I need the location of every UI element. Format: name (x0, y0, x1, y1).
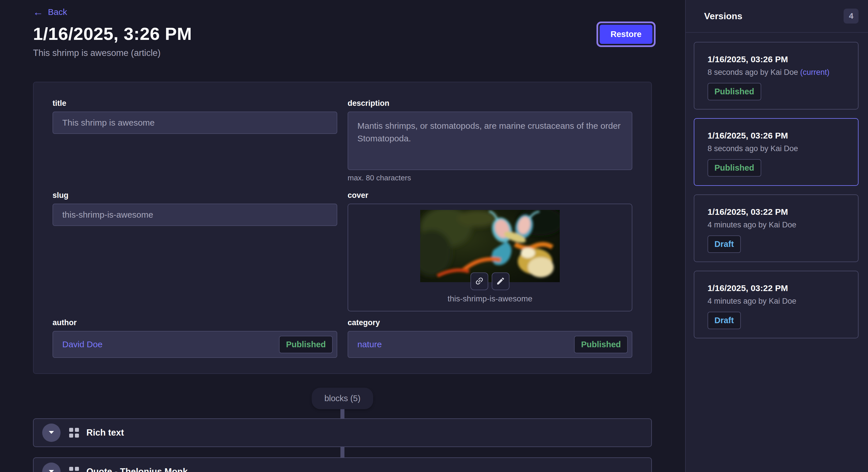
blocks-count-pill: blocks (5) (312, 388, 373, 409)
blocks-section: blocks (5) Rich text (33, 388, 652, 472)
author-label: author (53, 318, 337, 327)
cover-link-button[interactable] (470, 272, 488, 290)
description-label: description (348, 99, 632, 108)
description-textarea: Mantis shrimps, or stomatopods, are mari… (348, 111, 632, 170)
block-row-quote[interactable]: Quote - Thelonius Monk (33, 458, 652, 472)
drag-grid-icon (69, 428, 79, 438)
author-relation-box: David Doe Published (53, 331, 337, 358)
blocks-connector (340, 447, 344, 458)
category-relation-box: nature Published (348, 331, 632, 358)
title-input: This shrimp is awesome (53, 111, 337, 134)
block-expand-button[interactable] (42, 463, 61, 472)
version-meta: 4 minutes ago by Kai Doe (708, 297, 845, 306)
version-status-badge: Draft (708, 312, 741, 329)
form-row-1: title This shrimp is awesome description… (53, 99, 632, 182)
link-icon (474, 276, 484, 287)
version-status-badge: Published (708, 159, 761, 177)
version-card[interactable]: 1/16/2025, 03:22 PM 4 minutes ago by Kai… (694, 271, 859, 338)
page-title: 1/16/2025, 3:26 PM (33, 24, 652, 44)
author-status-badge: Published (279, 336, 333, 353)
pencil-icon (496, 276, 505, 286)
cover-actions (470, 272, 509, 290)
author-relation-link[interactable]: David Doe (62, 339, 102, 349)
cover-media-box: this-shrimp-is-awesome (348, 204, 632, 311)
author-field: author David Doe Published (53, 318, 337, 358)
category-status-badge: Published (574, 336, 628, 353)
title-field: title This shrimp is awesome (53, 99, 337, 182)
cover-image (420, 210, 560, 282)
version-meta: 4 minutes ago by Kai Doe (708, 221, 845, 229)
restore-button[interactable]: Restore (600, 25, 652, 44)
slug-input: this-shrimp-is-awesome (53, 204, 337, 226)
chevron-down-icon (48, 430, 55, 435)
title-label: title (53, 99, 337, 108)
mantis-shrimp-photo (420, 210, 560, 282)
cover-label: cover (348, 191, 632, 200)
block-expand-button[interactable] (42, 424, 61, 442)
page-subtitle: This shrimp is awesome (article) (33, 48, 652, 58)
category-label: category (348, 318, 632, 327)
description-hint: max. 80 characters (348, 173, 632, 182)
description-field: description Mantis shrimps, or stomatopo… (348, 99, 632, 182)
version-card-selected[interactable]: 1/16/2025, 03:26 PM 8 seconds ago by Kai… (694, 118, 859, 186)
form-row-2: slug this-shrimp-is-awesome cover (53, 191, 632, 311)
category-field: category nature Published (348, 318, 632, 358)
block-label: Quote - Thelonius Monk (86, 467, 188, 472)
versions-count-badge: 4 (844, 9, 859, 24)
restore-button-focus-ring: Restore (596, 22, 656, 47)
version-meta: 8 seconds ago by Kai Doe (708, 144, 845, 153)
block-row-rich-text[interactable]: Rich text (33, 418, 652, 447)
cover-caption: this-shrimp-is-awesome (355, 294, 625, 303)
category-relation-link[interactable]: nature (358, 339, 382, 349)
back-link[interactable]: ← Back (33, 7, 67, 17)
version-time: 1/16/2025, 03:26 PM (708, 55, 845, 64)
version-meta: 8 seconds ago by Kai Doe (current) (708, 68, 845, 77)
version-meta-text: 8 seconds ago by Kai Doe (708, 68, 800, 76)
version-card[interactable]: 1/16/2025, 03:26 PM 8 seconds ago by Kai… (694, 42, 859, 109)
cover-edit-button[interactable] (492, 272, 509, 290)
versions-title: Versions (704, 11, 742, 22)
versions-sidebar: Versions 4 1/16/2025, 03:26 PM 8 seconds… (685, 0, 868, 472)
version-card[interactable]: 1/16/2025, 03:22 PM 4 minutes ago by Kai… (694, 194, 859, 262)
versions-list: 1/16/2025, 03:26 PM 8 seconds ago by Kai… (686, 33, 868, 338)
back-arrow-icon: ← (33, 7, 43, 17)
version-status-badge: Draft (708, 235, 741, 253)
version-fields-card: title This shrimp is awesome description… (33, 82, 652, 374)
blocks-connector (340, 409, 344, 418)
version-current-flag: (current) (800, 68, 830, 76)
cover-field: cover (348, 191, 632, 311)
slug-field: slug this-shrimp-is-awesome (53, 191, 337, 311)
version-time: 1/16/2025, 03:26 PM (708, 131, 845, 140)
block-label: Rich text (86, 428, 124, 438)
drag-grid-icon (69, 467, 79, 472)
version-time: 1/16/2025, 03:22 PM (708, 283, 845, 293)
version-status-badge: Published (708, 83, 761, 100)
back-label: Back (48, 7, 67, 17)
slug-label: slug (53, 191, 337, 200)
version-detail-main: ← Back 1/16/2025, 3:26 PM This shrimp is… (0, 0, 685, 472)
version-time: 1/16/2025, 03:22 PM (708, 207, 845, 217)
app-window: ← Back 1/16/2025, 3:26 PM This shrimp is… (0, 0, 868, 472)
chevron-down-icon (48, 469, 55, 472)
versions-header: Versions 4 (686, 0, 868, 33)
form-row-3: author David Doe Published category natu… (53, 318, 632, 358)
